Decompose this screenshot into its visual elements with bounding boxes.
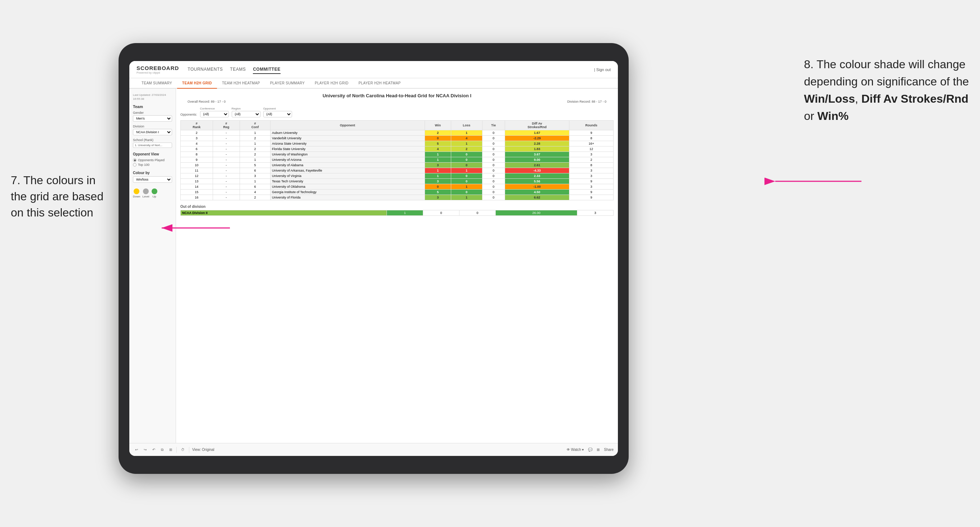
table-row: 3-2Vanderbilt University040-2.298 (181, 136, 614, 141)
table-row: 8-2University of Washington1003.673 (181, 152, 614, 157)
school-label: School (Rank) (133, 138, 172, 142)
arrow-left-svg (140, 214, 248, 242)
conference-select[interactable]: (All) (200, 111, 229, 117)
bottom-toolbar: ↩ ↪ ↶ ⧉ ⊞ ⏱ View: Original 👁 Watch ▾ 💬 ⊞… (129, 443, 618, 456)
gender-label: Gender (133, 111, 172, 114)
col-win: Win (425, 121, 451, 130)
table-row: 15-4Georgia Institute of Technology5004.… (181, 190, 614, 195)
toolbar-redo[interactable]: ↪ (142, 447, 148, 452)
radio-dot-opponents (133, 158, 137, 162)
legend-dot-down (134, 189, 139, 194)
arrow-right-svg (754, 167, 880, 196)
filter-row: Opponents: Conference (All) Region (All) (180, 107, 614, 117)
tab-team-summary[interactable]: TEAM SUMMARY (137, 78, 177, 88)
sub-nav: TEAM SUMMARY TEAM H2H GRID TEAM H2H HEAT… (129, 78, 618, 89)
bold-winpct: Win% (817, 110, 848, 122)
table-row: 13-1Texas Tech University3005.569 (181, 179, 614, 184)
legend-down: Down (133, 189, 140, 198)
nav-committee[interactable]: COMMITTEE (253, 65, 280, 74)
toolbar-undo[interactable]: ↩ (134, 447, 139, 452)
col-loss: Loss (451, 121, 482, 130)
radio-opponents-played[interactable]: Opponents Played (133, 158, 172, 162)
tablet-screen: SCOREBOARD Powered by clippd TOURNAMENTS… (129, 61, 618, 456)
col-diff: Diff AvStrokes/Rnd (505, 121, 569, 130)
col-rounds: Rounds (570, 121, 614, 130)
division-record: Division Record: 88 - 17 - 0 (567, 100, 606, 103)
tab-player-h2h-heatmap[interactable]: PLAYER H2H HEATMAP (353, 78, 406, 88)
annotation-right: 8. The colour shade will change dependin… (804, 56, 969, 125)
school-value: 1. University of Nort... (133, 143, 172, 148)
bold-win-loss: Win/Loss (804, 92, 855, 105)
toolbar-clock[interactable]: ⏱ (180, 447, 186, 452)
toolbar-paste[interactable]: ⊞ (168, 447, 173, 452)
logo-text: SCOREBOARD (137, 65, 179, 71)
col-tie: Tie (482, 121, 505, 130)
toolbar-watch[interactable]: 👁 Watch ▾ (566, 448, 584, 452)
table-row: 12-3University of Virginia1002.333 (181, 173, 614, 179)
opponents-label: Opponents: (180, 113, 197, 117)
colour-legend: Down Level Up (133, 189, 172, 198)
toolbar-share[interactable]: Share (604, 448, 614, 452)
toolbar-step-back[interactable]: ↶ (151, 447, 157, 452)
legend-dot-level (143, 189, 149, 194)
gender-select[interactable]: Men's (133, 115, 172, 122)
table-row: 11-6University of Arkansas, Fayetteville… (181, 168, 614, 173)
toolbar-grid-icon[interactable]: ⊞ (597, 448, 600, 452)
region-label: Region (232, 107, 261, 110)
ood-loss: 0 (423, 210, 459, 216)
tab-player-summary[interactable]: PLAYER SUMMARY (265, 78, 310, 88)
table-row: 6-2Florida State University4201.8312 (181, 146, 614, 152)
tab-player-h2h-grid[interactable]: PLAYER H2H GRID (310, 78, 353, 88)
toolbar-separator-2 (189, 447, 189, 453)
legend-level: Level (142, 189, 149, 198)
table-row: 9-1University of Arizona1009.002 (181, 157, 614, 163)
table-row: 10-5University of Alabama3002.618 (181, 163, 614, 168)
radio-dot-top100 (133, 163, 137, 167)
ood-rounds: 3 (577, 210, 614, 216)
team-section-title: Team (133, 105, 172, 109)
division-label: Division (133, 125, 172, 128)
division-select[interactable]: NCAA Division I (133, 129, 172, 135)
toolbar-actions: 👁 Watch ▾ 💬 ⊞ Share (566, 448, 614, 452)
col-rank: #Rank (181, 121, 213, 130)
nav-teams[interactable]: TEAMS (230, 65, 246, 74)
colour-by-title: Colour by (133, 171, 172, 175)
tablet-frame: SCOREBOARD Powered by clippd TOURNAMENTS… (119, 43, 628, 474)
table-row: 16-2University of Florida3106.629 (181, 195, 614, 200)
sign-out-link[interactable]: | Sign out (594, 67, 611, 72)
nav-tournaments[interactable]: TOURNAMENTS (188, 65, 223, 74)
toolbar-view-label: View: Original (192, 448, 215, 452)
col-reg: #Reg (213, 121, 240, 130)
opponent-select[interactable]: (All) (263, 111, 292, 117)
legend-up: Up (151, 189, 158, 198)
ood-win: 1 (387, 210, 423, 216)
conference-label: Conference (200, 107, 229, 110)
nav-items: TOURNAMENTS TEAMS COMMITTEE (188, 65, 594, 74)
opponent-label: Opponent (263, 107, 292, 110)
colour-by-select[interactable]: Win/loss (133, 176, 172, 183)
tab-team-h2h-grid[interactable]: TEAM H2H GRID (177, 78, 217, 89)
region-filter: Region (All) (232, 107, 261, 117)
grid-content: University of North Carolina Head-to-Hea… (176, 89, 618, 443)
tab-team-h2h-heatmap[interactable]: TEAM H2H HEATMAP (217, 78, 265, 88)
ood-diff: 26.00 (495, 210, 577, 216)
legend-dot-up (151, 189, 158, 194)
main-content: Last Updated: 27/03/202416:55:38 Team Ge… (129, 89, 618, 443)
conference-filter: Conference (All) (200, 107, 229, 117)
logo-area: SCOREBOARD Powered by clippd (137, 65, 179, 74)
logo-sub: Powered by clippd (137, 71, 179, 74)
region-select[interactable]: (All) (232, 111, 261, 117)
table-row: 2-1Auburn University2101.679 (181, 130, 614, 136)
sidebar-timestamp: Last Updated: 27/03/202416:55:38 (133, 93, 172, 101)
table-row: 4-1Arizona State University5102.2816+ (181, 141, 614, 146)
opponent-view-title: Opponent View (133, 152, 172, 156)
toolbar-copy[interactable]: ⧉ (159, 447, 165, 453)
ood-tie: 0 (459, 210, 495, 216)
toolbar-comment[interactable]: 💬 (588, 448, 592, 452)
col-opponent: Opponent (270, 121, 425, 130)
radio-top-100[interactable]: Top 100 (133, 163, 172, 167)
bold-diff: Diff Av Strokes/Rnd (861, 92, 969, 105)
col-conf: #Conf (240, 121, 270, 130)
toolbar-separator (177, 447, 177, 453)
overall-record: Overall Record: 89 - 17 - 0 (188, 100, 226, 103)
